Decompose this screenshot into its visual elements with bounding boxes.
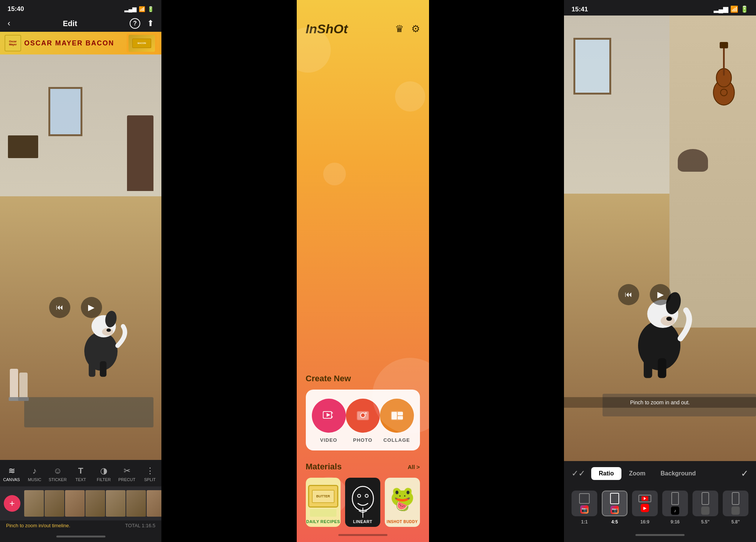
svg-rect-20 <box>398 416 403 419</box>
ratio-9x16-box: ♪ <box>662 491 688 516</box>
confirm-icon[interactable]: ✓ <box>741 468 748 479</box>
panel-2-home: 15:40 ▂▄▆📶🔋 InShOt ♛ ⚙ Create New <box>297 0 429 542</box>
ratio-toolbar: ✓✓ Ratio Zoom Background ✓ <box>564 461 756 486</box>
materials-header: Materials All > <box>306 462 420 472</box>
instagram-icon-2: 📷 <box>610 506 619 514</box>
logo-t: t <box>344 22 348 36</box>
material-daily-recipes[interactable]: BUTTER DAILY RECIPES <box>306 478 341 527</box>
text-label: TEXT <box>75 477 86 482</box>
wifi-icon-3: 📶 <box>730 5 738 13</box>
create-video-item[interactable]: VIDEO <box>312 399 346 443</box>
materials-grid: BUTTER DAILY RECIPES LI <box>306 478 420 527</box>
filter-label: FILTER <box>97 477 111 482</box>
hero-space <box>297 42 429 366</box>
ratio-1x1-label: 1:1 <box>581 519 587 525</box>
lineart-icon <box>350 485 376 519</box>
play-button-1[interactable]: ▶ <box>81 297 102 318</box>
tab-background[interactable]: Background <box>653 467 703 480</box>
ad-text: OSCAR MAYER BACON <box>24 39 124 47</box>
ratio-4x5[interactable]: 📷 4:5 <box>602 491 627 525</box>
ratio-5-8-label: 5.8" <box>731 519 740 525</box>
toolbar-filter[interactable]: ◑ FILTER <box>94 466 113 482</box>
crown-icon[interactable]: ♛ <box>395 23 404 35</box>
video-circle <box>312 399 346 433</box>
video-controls-1: ⏮ ▶ <box>49 297 102 318</box>
app-header: InShOt ♛ ⚙ <box>297 16 429 42</box>
toolbar-music[interactable]: ♪ MUSIC <box>25 466 44 482</box>
app-logo: InShOt <box>306 22 348 36</box>
header-icons: ♛ ⚙ <box>395 23 420 35</box>
material-lineart[interactable]: LINEART <box>345 478 380 527</box>
video-preview-1: ⏮ ▶ <box>0 54 161 460</box>
photo-icon <box>355 408 370 423</box>
ratio-panel: ✓✓ Ratio Zoom Background ✓ 📷 1:1 <box>564 461 756 542</box>
filter-icon: ◑ <box>100 466 107 476</box>
video-preview-3: ⏮ ▶ Pinch to zoom in and out. <box>564 16 756 461</box>
ratio-4x5-icon <box>610 493 619 504</box>
materials-title: Materials <box>306 462 342 472</box>
collage-icon <box>389 408 404 423</box>
all-materials-link[interactable]: All > <box>407 464 420 470</box>
toolbar-text[interactable]: T TEXT <box>71 466 90 482</box>
ratio-5-8[interactable]: 5.8" <box>723 491 748 525</box>
ratio-9x16-label: 9:16 <box>671 519 680 525</box>
canvas-label: CANVAS <box>3 477 20 482</box>
ratio-5-5-icon <box>702 492 709 505</box>
create-collage-item[interactable]: COLLAGE <box>380 399 414 443</box>
photo-circle <box>346 399 380 433</box>
home-bar-3 <box>635 534 685 536</box>
ratio-5-5[interactable]: 5.5" <box>692 491 718 525</box>
ratio-1x1[interactable]: 📷 1:1 <box>572 491 597 525</box>
double-check-icon[interactable]: ✓✓ <box>572 469 585 478</box>
timeline-frame <box>106 490 125 517</box>
tab-ratio[interactable]: Ratio <box>591 467 621 480</box>
material-inshot-buddy[interactable]: 🐸 🍉 INSHOT BUDDY <box>385 478 420 527</box>
toolbar-sticker[interactable]: ☺ STICKER <box>48 466 67 482</box>
logo-o: O <box>333 22 343 36</box>
settings-icon[interactable]: ⚙ <box>411 23 420 35</box>
youtube-icon: ▶ <box>641 504 649 512</box>
apple-icon-1 <box>701 506 710 515</box>
music-label: MUSIC <box>28 477 41 482</box>
video-controls-3: ⏮ ▶ <box>618 284 671 305</box>
ratio-5-5-label: 5.5" <box>701 519 710 525</box>
share-button[interactable]: ⬆ <box>147 19 154 28</box>
add-media-button[interactable]: + <box>4 495 20 512</box>
create-card: VIDEO PHOTO <box>306 390 420 450</box>
home-bar-1 <box>56 536 105 537</box>
status-icons-1: ▂▄▆ 📶 🔋 <box>124 6 154 12</box>
toolbar-split[interactable]: ⋮ SPLIT <box>141 466 160 482</box>
ad-banner[interactable]: OscarMayer OSCAR MAYER BACON BACON <box>0 32 161 54</box>
battery-icon: 🔋 <box>147 6 154 12</box>
tab-zoom[interactable]: Zoom <box>621 467 653 480</box>
ratio-1x1-icon <box>579 493 590 504</box>
timeline-frame <box>147 490 161 517</box>
collage-circle <box>380 399 414 433</box>
panel-1-edit: 15:40 ▂▄▆ 📶 🔋 ‹ Edit ? ⬆ OscarMayer OSCA… <box>0 0 161 542</box>
video-frame-1: ⏮ ▶ <box>0 54 161 460</box>
help-button[interactable]: ? <box>130 18 140 29</box>
svg-point-33 <box>666 317 672 321</box>
back-button[interactable]: ‹ <box>8 19 10 28</box>
play-button-3[interactable]: ▶ <box>650 284 671 305</box>
toolbar-canvas[interactable]: ≋ CANVAS <box>2 466 21 482</box>
timeline-strip[interactable] <box>24 490 161 517</box>
edit-toolbar: ≋ CANVAS ♪ MUSIC ☺ STICKER T TEXT ◑ FILT… <box>0 460 161 486</box>
time-display-3: 15:41 <box>572 6 588 13</box>
materials-section: Materials All > BUTTER DAILY RECIPES <box>297 454 429 531</box>
photo-label: PHOTO <box>353 437 372 443</box>
create-new-section: Create New VIDEO <box>297 366 429 454</box>
timeline-area: + <box>0 486 161 520</box>
ratio-9x16[interactable]: ♪ 9:16 <box>662 491 688 525</box>
status-bar-1: 15:40 ▂▄▆ 📶 🔋 <box>0 0 161 15</box>
guitar-image <box>701 38 747 113</box>
sticker-icon: ☺ <box>53 466 62 476</box>
svg-point-22 <box>358 494 361 497</box>
create-photo-item[interactable]: PHOTO <box>346 399 380 443</box>
toolbar-precut[interactable]: ✂ PRECUT <box>118 466 136 482</box>
skip-back-button-3[interactable]: ⏮ <box>618 284 639 305</box>
ratio-16x9[interactable]: ▶ 16:9 <box>632 491 658 525</box>
home-indicator-1 <box>0 531 161 542</box>
skip-back-button-1[interactable]: ⏮ <box>49 297 70 318</box>
ratio-9x16-icon <box>671 492 679 505</box>
